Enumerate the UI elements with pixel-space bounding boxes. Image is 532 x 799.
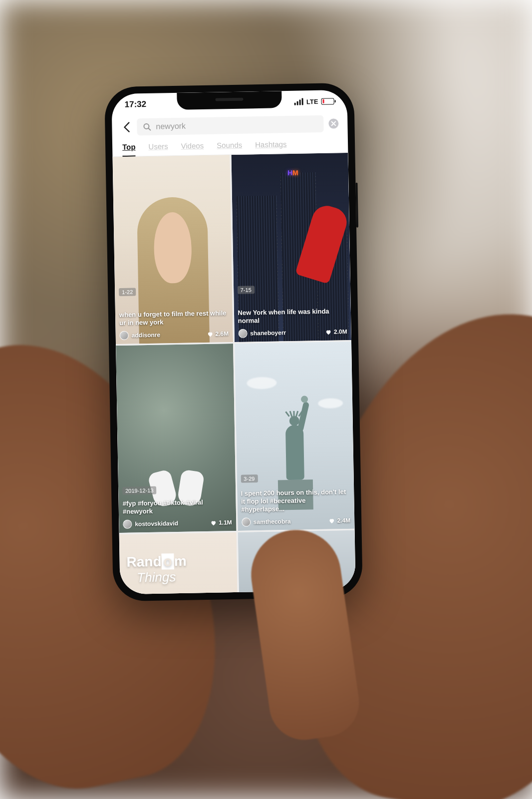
tab-sounds[interactable]: Sounds (217, 141, 242, 155)
video-caption: I spent 200 hours on this, don't let it … (241, 488, 350, 514)
heart-icon (210, 520, 217, 526)
tab-users[interactable]: Users (148, 142, 168, 156)
clear-search-button[interactable] (328, 118, 338, 128)
overlay-text: Things (137, 569, 176, 585)
phone-frame: 17:32 LTE Top Users Videos Sounds (104, 83, 363, 602)
tab-top[interactable]: Top (122, 142, 136, 156)
video-card[interactable]: HM 7-15 New York when life was kinda nor… (231, 153, 351, 342)
search-field[interactable] (137, 115, 324, 136)
video-card[interactable]: 2019-12-13 #fyp #foryou #tiktok #viral #… (116, 344, 236, 533)
video-card[interactable]: Random Things (119, 532, 240, 594)
search-icon (143, 123, 151, 131)
results-grid[interactable]: 1-22 when u forget to film the rest whil… (112, 153, 355, 594)
like-count: 2.6M (207, 330, 229, 338)
video-author[interactable]: samthecobra (242, 517, 291, 527)
date-badge: 3-29 (241, 475, 258, 483)
video-author[interactable]: kostovskidavid (123, 519, 178, 529)
date-badge: 2019-12-13 (122, 486, 157, 495)
phone-notch (177, 91, 282, 110)
date-badge: 7-15 (238, 286, 255, 294)
video-caption: #fyp #foryou #tiktok #viral #newyork (122, 498, 232, 516)
video-caption: New York when life was kinda normal (238, 307, 347, 325)
heart-icon (328, 517, 335, 524)
video-author[interactable]: shaneboyerr (238, 328, 286, 338)
username: shaneboyerr (250, 329, 286, 337)
username: samthecobra (254, 518, 291, 525)
username: addisonre (132, 332, 161, 339)
tab-hashtags[interactable]: Hashtags (255, 140, 287, 154)
back-button[interactable] (121, 121, 132, 132)
heart-icon (325, 329, 332, 335)
search-input[interactable] (156, 119, 317, 131)
video-thumbnail: Random Things (119, 532, 240, 594)
svg-line-1 (149, 128, 151, 130)
battery-icon (321, 98, 334, 104)
video-card[interactable]: 3-29 I spent 200 hours on this, don't le… (235, 342, 355, 531)
like-count: 2.0M (325, 328, 347, 336)
like-count: 1.1M (210, 519, 232, 526)
date-badge: 1-22 (119, 288, 136, 297)
phone-screen: 17:32 LTE Top Users Videos Sounds (111, 90, 355, 594)
video-author[interactable]: addisonre (120, 331, 161, 340)
avatar (120, 331, 129, 340)
heart-icon (207, 331, 213, 337)
status-time: 17:32 (124, 99, 146, 110)
like-count: 2.4M (328, 517, 350, 524)
avatar (123, 520, 132, 529)
tab-videos[interactable]: Videos (181, 141, 204, 155)
search-row (112, 112, 348, 141)
signal-icon (294, 98, 303, 105)
avatar (242, 518, 251, 527)
avatar (238, 329, 247, 338)
status-network: LTE (306, 97, 318, 105)
video-caption: when u forget to film the rest while ur … (119, 309, 229, 327)
username: kostovskidavid (135, 520, 178, 528)
video-card[interactable]: 1-22 when u forget to film the rest whil… (112, 155, 233, 344)
